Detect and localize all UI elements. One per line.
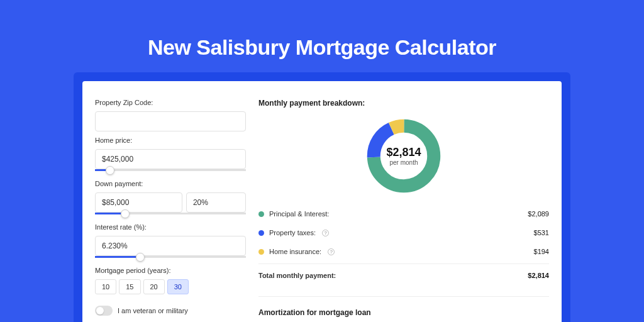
amortization-title: Amortization for mortgage loan xyxy=(258,308,549,317)
home-price-input[interactable] xyxy=(95,149,246,169)
legend-label: Home insurance: xyxy=(269,248,321,255)
down-payment-slider[interactable] xyxy=(95,213,246,214)
donut-amount: $2,814 xyxy=(386,146,421,159)
period-field: Mortgage period (years): 10152030 xyxy=(95,267,246,294)
legend-row: Principal & Interest:$2,089 xyxy=(258,204,549,223)
legend-value: $531 xyxy=(534,229,549,236)
amortization-section: Amortization for mortgage loan Amortizat… xyxy=(258,296,549,322)
interest-input[interactable] xyxy=(95,236,246,256)
home-price-label: Home price: xyxy=(95,136,246,144)
page-title: New Salisbury Mortgage Calculator xyxy=(148,35,496,60)
veteran-toggle-knob xyxy=(96,307,104,314)
period-option-20[interactable]: 20 xyxy=(143,279,165,294)
legend-dot-icon xyxy=(258,230,264,236)
veteran-label: I am veteran or military xyxy=(118,307,188,314)
down-payment-slider-thumb[interactable] xyxy=(121,209,130,218)
info-icon[interactable]: ? xyxy=(328,248,335,255)
down-payment-label: Down payment: xyxy=(95,180,246,187)
zip-field: Property Zip Code: xyxy=(95,99,246,131)
legend-dot-icon xyxy=(258,249,264,255)
legend: Principal & Interest:$2,089Property taxe… xyxy=(258,204,549,261)
legend-label: Property taxes: xyxy=(269,229,316,236)
legend-row: Home insurance:?$194 xyxy=(258,242,549,261)
home-price-slider[interactable] xyxy=(95,169,246,171)
home-price-slider-thumb[interactable] xyxy=(106,166,114,175)
zip-input[interactable] xyxy=(95,111,246,131)
donut-sub: per month xyxy=(386,159,421,166)
home-price-field: Home price: xyxy=(95,136,246,171)
legend-dot-icon xyxy=(258,211,264,217)
down-payment-field: Down payment: xyxy=(95,180,246,214)
legend-value: $194 xyxy=(534,248,549,255)
total-label: Total monthly payment: xyxy=(258,272,336,279)
card-outer-frame: Property Zip Code: Home price: Down paym… xyxy=(74,72,570,322)
interest-slider-fill xyxy=(95,256,140,258)
interest-field: Interest rate (%): xyxy=(95,223,246,258)
legend-row: Property taxes:?$531 xyxy=(258,223,549,242)
down-payment-amount-input[interactable] xyxy=(95,192,182,213)
veteran-row: I am veteran or military xyxy=(95,306,246,316)
donut-center: $2,814 per month xyxy=(386,146,421,166)
period-option-15[interactable]: 15 xyxy=(119,279,140,294)
interest-slider-thumb[interactable] xyxy=(136,253,145,262)
zip-label: Property Zip Code: xyxy=(95,99,246,106)
legend-label: Principal & Interest: xyxy=(269,210,329,218)
breakdown-title: Monthly payment breakdown: xyxy=(258,99,549,108)
info-icon[interactable]: ? xyxy=(322,230,329,236)
period-option-30[interactable]: 30 xyxy=(167,279,189,294)
veteran-toggle[interactable] xyxy=(95,306,113,316)
total-value: $2,814 xyxy=(528,272,549,279)
breakdown-column: Monthly payment breakdown: $2,814 per mo… xyxy=(258,99,549,322)
down-payment-percent-input[interactable] xyxy=(186,192,246,213)
period-label: Mortgage period (years): xyxy=(95,267,246,274)
donut-chart: $2,814 per month xyxy=(364,116,443,196)
interest-label: Interest rate (%): xyxy=(95,223,246,231)
total-row: Total monthly payment: $2,814 xyxy=(258,264,549,285)
inputs-column: Property Zip Code: Home price: Down paym… xyxy=(95,99,246,322)
legend-value: $2,089 xyxy=(528,210,549,218)
interest-slider[interactable] xyxy=(95,256,246,258)
calculator-card: Property Zip Code: Home price: Down paym… xyxy=(82,81,562,322)
period-option-10[interactable]: 10 xyxy=(95,279,116,294)
donut-wrap: $2,814 per month xyxy=(258,116,549,196)
period-options: 10152030 xyxy=(95,279,246,294)
